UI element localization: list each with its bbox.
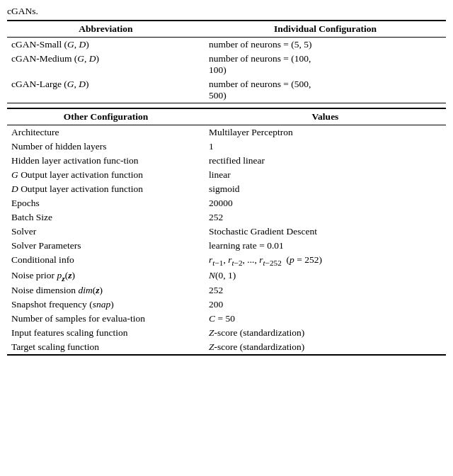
value-noise-dim: 252 [205,283,446,298]
table-row: Snapshot frequency (snap) 200 [7,298,446,312]
config-target-scaling: Target scaling function [7,340,205,355]
value-conditional-info: rt−1, rt−2, ..., rt−252 (p = 252) [205,253,446,268]
table-row: Solver Parameters learning rate = 0.01 [7,239,446,253]
config-small: number of neurons = (5, 5) [205,38,446,52]
config-conditional-info: Conditional info [7,253,205,268]
bottom-header-values: Values [205,108,446,125]
table-row: Conditional info rt−1, rt−2, ..., rt−252… [7,253,446,268]
value-input-scaling: Z-score (standardization) [205,326,446,340]
intro-text: cGANs. [7,6,446,17]
table-row: G Output layer activation function linea… [7,168,446,182]
value-target-scaling: Z-score (standardization) [205,340,446,355]
value-hidden-activation: rectified linear [205,154,446,168]
table-row: Input features scaling function Z-score … [7,326,446,340]
top-table: Abbreviation Individual Configuration cG… [7,20,446,103]
value-architecture: Multilayer Perceptron [205,125,446,140]
abbrev-medium: cGAN-Medium (G, D) [7,52,205,77]
top-header-config: Individual Configuration [205,21,446,38]
table-row: cGAN-Medium (G, D) number of neurons = (… [7,52,446,77]
abbrev-large: cGAN-Large (G, D) [7,77,205,103]
config-d-output: D Output layer activation function [7,182,205,196]
config-hidden-layers: Number of hidden layers [7,140,205,154]
config-architecture: Architecture [7,125,205,140]
table-row: Noise dimension dim(z) 252 [7,283,446,298]
table-row: Solver Stochastic Gradient Descent [7,225,446,239]
table-row: Batch Size 252 [7,210,446,225]
table-row: cGAN-Small (G, D) number of neurons = (5… [7,38,446,52]
value-batch-size: 252 [205,210,446,225]
value-d-output: sigmoid [205,182,446,196]
config-large: number of neurons = (500,500) [205,77,446,103]
config-noise-prior: Noise prior pz(z) [7,268,205,284]
table-row: D Output layer activation function sigmo… [7,182,446,196]
config-num-samples: Number of samples for evalua-tion [7,312,205,326]
bottom-table: Other Configuration Values Architecture … [7,108,446,356]
top-header-abbrev: Abbreviation [7,21,205,38]
table-row: Hidden layer activation func-tion rectif… [7,154,446,168]
config-batch-size: Batch Size [7,210,205,225]
value-hidden-layers: 1 [205,140,446,154]
config-g-output: G Output layer activation function [7,168,205,182]
value-epochs: 20000 [205,196,446,210]
table-row: Number of samples for evalua-tion C = 50 [7,312,446,326]
table-row: Noise prior pz(z) N(0, 1) [7,268,446,284]
value-g-output: linear [205,168,446,182]
config-hidden-activation: Hidden layer activation func-tion [7,154,205,168]
table-row: cGAN-Large (G, D) number of neurons = (5… [7,77,446,103]
table-row: Target scaling function Z-score (standar… [7,340,446,355]
value-snapshot-freq: 200 [205,298,446,312]
bottom-header-config: Other Configuration [7,108,205,125]
table-row: Epochs 20000 [7,196,446,210]
config-noise-dim: Noise dimension dim(z) [7,283,205,298]
value-num-samples: C = 50 [205,312,446,326]
value-noise-prior: N(0, 1) [205,268,446,284]
config-solver: Solver [7,225,205,239]
config-solver-params: Solver Parameters [7,239,205,253]
config-snapshot-freq: Snapshot frequency (snap) [7,298,205,312]
table-row: Architecture Multilayer Perceptron [7,125,446,140]
table-row: Number of hidden layers 1 [7,140,446,154]
config-epochs: Epochs [7,196,205,210]
value-solver: Stochastic Gradient Descent [205,225,446,239]
config-medium: number of neurons = (100,100) [205,52,446,77]
abbrev-small: cGAN-Small (G, D) [7,38,205,52]
value-solver-params: learning rate = 0.01 [205,239,446,253]
config-input-scaling: Input features scaling function [7,326,205,340]
